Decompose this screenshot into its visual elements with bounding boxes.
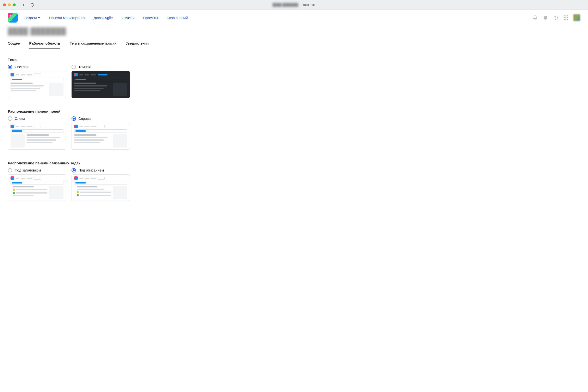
reload-button[interactable] bbox=[29, 2, 36, 8]
apps-grid-icon bbox=[564, 16, 568, 20]
back-button[interactable] bbox=[20, 2, 27, 8]
bell-icon bbox=[533, 15, 538, 20]
svg-point-2 bbox=[581, 6, 582, 6]
svg-point-0 bbox=[581, 4, 582, 4]
tab-general[interactable]: Общее bbox=[8, 40, 20, 48]
section-fields-title: Расположение панели полей bbox=[8, 109, 335, 114]
maximize-window-button[interactable] bbox=[13, 4, 16, 6]
radio-linked-under-title[interactable]: Под заголовком bbox=[8, 168, 66, 172]
nav-projects[interactable]: Проекты bbox=[143, 16, 158, 20]
preview-fields-right[interactable] bbox=[72, 123, 130, 150]
app-header: Задачи Панели мониторинга Доски Agile От… bbox=[0, 10, 588, 26]
browser-title-app: – YouTrack bbox=[300, 3, 316, 6]
main-nav: Задачи Панели мониторинга Доски Agile От… bbox=[24, 16, 188, 20]
section-linked-panel: Расположение панели связанных задач Под … bbox=[8, 161, 335, 202]
notifications-button[interactable] bbox=[532, 15, 538, 20]
nav-issues-label: Задачи bbox=[24, 16, 37, 20]
window-controls bbox=[3, 4, 16, 6]
radio-theme-light[interactable]: Светлая bbox=[8, 65, 66, 69]
browser-title: ████ ███████ – YouTrack bbox=[272, 3, 316, 6]
radio-theme-dark[interactable]: Темная bbox=[72, 65, 130, 69]
radio-fields-left-label: Слева bbox=[15, 116, 25, 120]
tab-tags[interactable]: Теги и сохраненные поиски bbox=[70, 40, 116, 48]
section-theme: Тема Светлая bbox=[8, 58, 335, 98]
browser-title-user: ████ ███████ bbox=[272, 3, 298, 6]
tab-workspace[interactable]: Рабочая область bbox=[29, 40, 60, 48]
page-title: ████ ███████ bbox=[8, 28, 335, 35]
radio-icon bbox=[8, 168, 12, 172]
radio-linked-under-desc[interactable]: Под описанием bbox=[72, 168, 130, 172]
section-fields-panel: Расположение панели полей Слева bbox=[8, 109, 335, 150]
radio-icon bbox=[72, 168, 76, 172]
radio-icon bbox=[72, 116, 76, 121]
help-icon bbox=[553, 15, 558, 20]
svg-point-1 bbox=[581, 4, 582, 5]
svg-point-4 bbox=[556, 18, 556, 19]
radio-linked-under-desc-label: Под описанием bbox=[78, 168, 104, 172]
tab-notifications[interactable]: Уведомления bbox=[126, 40, 149, 48]
radio-linked-under-title-label: Под заголовком bbox=[15, 168, 41, 172]
preview-theme-light[interactable] bbox=[8, 71, 66, 98]
hexagon-icon bbox=[543, 15, 548, 20]
chevron-down-icon bbox=[38, 16, 40, 19]
page-content: ████ ███████ Общее Рабочая область Теги … bbox=[0, 26, 343, 222]
browser-chrome: ████ ███████ – YouTrack bbox=[0, 0, 588, 10]
nav-dashboards[interactable]: Панели мониторинга bbox=[49, 16, 84, 20]
radio-icon bbox=[72, 65, 76, 69]
youtrack-logo[interactable] bbox=[8, 13, 18, 22]
profile-tabs: Общее Рабочая область Теги и сохраненные… bbox=[8, 40, 335, 49]
nav-agile[interactable]: Доски Agile bbox=[94, 16, 113, 20]
preview-fields-left[interactable] bbox=[8, 123, 66, 150]
radio-icon bbox=[8, 116, 12, 121]
radio-fields-left[interactable]: Слева bbox=[8, 116, 66, 121]
radio-fields-right[interactable]: Справа bbox=[72, 116, 130, 121]
browser-menu-button[interactable] bbox=[578, 2, 584, 8]
radio-theme-light-label: Светлая bbox=[15, 65, 28, 69]
help-button[interactable] bbox=[553, 15, 558, 20]
preview-linked-under-desc[interactable] bbox=[72, 174, 130, 202]
section-theme-title: Тема bbox=[8, 58, 335, 62]
apps-button[interactable] bbox=[563, 15, 569, 20]
radio-fields-right-label: Справа bbox=[78, 116, 91, 120]
admin-button[interactable] bbox=[542, 15, 548, 20]
close-window-button[interactable] bbox=[3, 4, 6, 6]
user-avatar[interactable] bbox=[573, 14, 580, 21]
nav-kb[interactable]: База знаний bbox=[166, 16, 188, 20]
radio-icon bbox=[8, 65, 12, 69]
preview-linked-under-title[interactable] bbox=[8, 174, 66, 202]
section-linked-title: Расположение панели связанных задач bbox=[8, 161, 335, 165]
nav-reports[interactable]: Отчеты bbox=[122, 16, 134, 20]
minimize-window-button[interactable] bbox=[8, 4, 11, 6]
radio-theme-dark-label: Темная bbox=[78, 65, 91, 69]
preview-theme-dark[interactable] bbox=[72, 71, 130, 98]
nav-issues[interactable]: Задачи bbox=[24, 16, 40, 20]
